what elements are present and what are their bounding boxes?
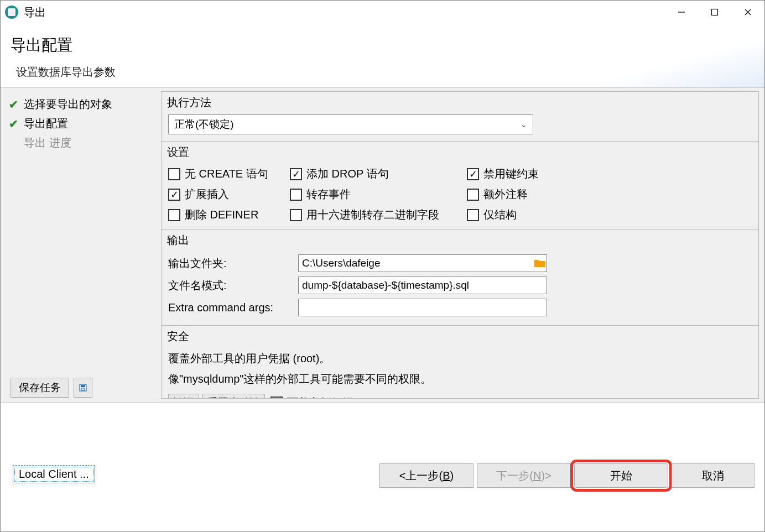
check-icon: ✔ bbox=[7, 117, 19, 131]
local-client-button[interactable]: Local Client ... bbox=[13, 465, 95, 483]
save-task-button[interactable]: 保存任务 bbox=[11, 378, 69, 398]
next-button: 下一步(N)> bbox=[477, 463, 571, 488]
page-subtitle: 设置数据库导出参数 bbox=[11, 65, 754, 80]
main-panel: 执行方法 正常(不锁定) ⌄ 设置 无 CREATE 语句 添加 DROP 语句… bbox=[161, 91, 759, 399]
wizard-header: 导出配置 设置数据库导出参数 bbox=[1, 24, 764, 87]
reset-default-button[interactable]: 重置为默认 bbox=[202, 394, 265, 399]
chevron-down-icon: ⌄ bbox=[521, 120, 527, 129]
output-folder-label: 输出文件夹: bbox=[168, 256, 298, 271]
group-exec-method: 执行方法 正常(不锁定) ⌄ bbox=[162, 92, 758, 142]
close-button[interactable] bbox=[731, 1, 764, 24]
checkbox-override-host-creds[interactable]: 覆盖主机凭据 bbox=[270, 395, 353, 399]
checkbox-structure-only[interactable]: 仅结构 bbox=[467, 207, 577, 222]
start-button[interactable]: 开始 bbox=[574, 463, 668, 488]
browse-folder-button[interactable] bbox=[530, 254, 547, 272]
step-label: 选择要导出的对象 bbox=[24, 97, 112, 112]
app-icon bbox=[5, 6, 18, 19]
checkbox-disable-keys[interactable]: 禁用键约束 bbox=[467, 166, 577, 181]
step-label: 导出配置 bbox=[24, 116, 68, 131]
exec-method-select[interactable]: 正常(不锁定) ⌄ bbox=[168, 114, 533, 134]
svg-rect-1 bbox=[712, 9, 718, 15]
check-icon: ✔ bbox=[7, 98, 19, 111]
svg-rect-5 bbox=[81, 385, 85, 387]
step-export-config[interactable]: ✔ 导出配置 bbox=[5, 114, 157, 133]
security-text-1: 覆盖外部工具的用户凭据 (root)。 bbox=[168, 348, 752, 369]
extra-args-label: Extra command args: bbox=[168, 301, 298, 314]
page-title: 导出配置 bbox=[11, 35, 754, 56]
step-export-progress: 导出 进度 bbox=[5, 133, 157, 153]
checkbox-add-drop[interactable]: 添加 DROP 语句 bbox=[290, 166, 461, 181]
save-icon bbox=[79, 383, 87, 392]
svg-rect-6 bbox=[81, 388, 85, 390]
checkbox-extended-insert[interactable]: 扩展插入 bbox=[168, 187, 284, 202]
group-settings: 设置 无 CREATE 语句 添加 DROP 语句 禁用键约束 扩展插入 转存事… bbox=[162, 142, 758, 230]
save-task-dropdown-button[interactable] bbox=[74, 378, 92, 398]
cancel-button[interactable]: 取消 bbox=[672, 463, 754, 488]
group-label: 输出 bbox=[162, 230, 758, 249]
minimize-button[interactable] bbox=[665, 1, 698, 24]
output-folder-input[interactable] bbox=[298, 254, 530, 272]
select-value: 正常(不锁定) bbox=[174, 117, 234, 132]
extra-args-input[interactable] bbox=[298, 299, 547, 316]
auth-button[interactable]: 认证 bbox=[168, 394, 199, 399]
content-area: ✔ 选择要导出的对象 ✔ 导出配置 导出 进度 保存任务 执行方法 正常(不锁定… bbox=[1, 87, 764, 403]
group-output: 输出 输出文件夹: 文件名模式: Extra command bbox=[162, 230, 758, 326]
back-button[interactable]: <上一步(B) bbox=[379, 463, 473, 488]
folder-icon bbox=[534, 258, 546, 268]
filename-pattern-input[interactable] bbox=[298, 277, 547, 294]
maximize-button[interactable] bbox=[698, 1, 731, 24]
wizard-steps-sidebar: ✔ 选择要导出的对象 ✔ 导出配置 导出 进度 保存任务 bbox=[1, 88, 161, 402]
wizard-footer: Local Client ... <上一步(B) 下一步(N)> 开始 取消 bbox=[1, 403, 764, 500]
security-text-2: 像"mysqldump"这样的外部工具可能需要不同的权限。 bbox=[168, 369, 752, 389]
window-controls bbox=[665, 1, 764, 24]
window-title: 导出 bbox=[24, 5, 46, 20]
checkbox-dump-events[interactable]: 转存事件 bbox=[290, 187, 461, 202]
group-label: 安全 bbox=[162, 326, 758, 345]
group-label: 设置 bbox=[162, 142, 758, 161]
checkbox-extra-comments[interactable]: 额外注释 bbox=[467, 187, 577, 202]
filename-pattern-label: 文件名模式: bbox=[168, 278, 298, 293]
step-select-objects[interactable]: ✔ 选择要导出的对象 bbox=[5, 95, 157, 114]
titlebar: 导出 bbox=[1, 1, 764, 24]
group-security: 安全 覆盖外部工具的用户凭据 (root)。 像"mysqldump"这样的外部… bbox=[162, 326, 758, 399]
checkbox-remove-definer[interactable]: 删除 DEFINER bbox=[168, 207, 284, 222]
checkbox-hex-binary[interactable]: 用十六进制转存二进制字段 bbox=[290, 207, 461, 222]
step-label: 导出 进度 bbox=[24, 135, 71, 150]
checkbox-no-create[interactable]: 无 CREATE 语句 bbox=[168, 166, 284, 181]
group-label: 执行方法 bbox=[162, 92, 758, 111]
